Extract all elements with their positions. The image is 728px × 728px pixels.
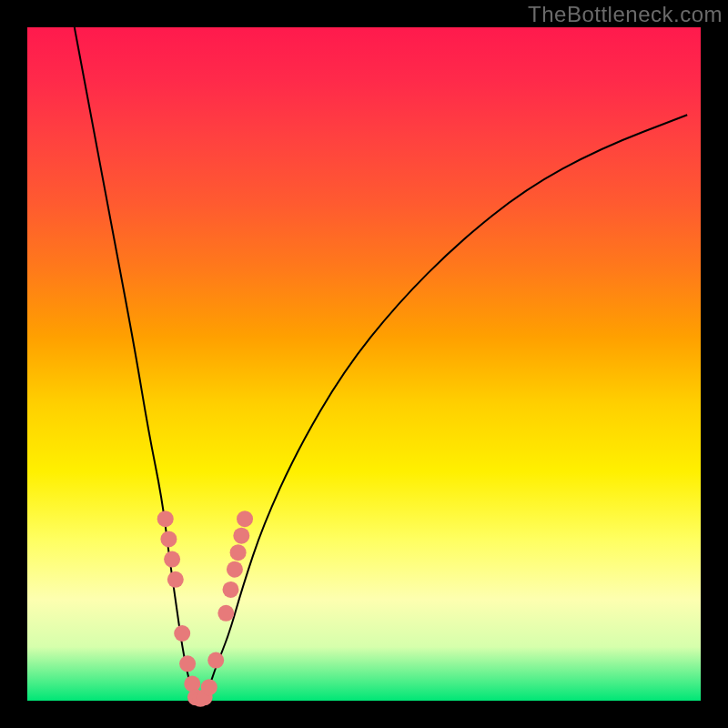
sample-point — [230, 544, 247, 561]
sample-point — [179, 655, 196, 672]
sample-point — [201, 679, 217, 695]
watermark-text: TheBottleneck.com — [528, 2, 723, 27]
sample-point — [174, 625, 190, 642]
bottleneck-curve — [75, 27, 687, 701]
sample-point — [222, 581, 238, 598]
sample-point — [157, 511, 174, 527]
sample-point — [164, 551, 180, 568]
sample-point — [233, 528, 249, 544]
sample-point — [207, 652, 224, 669]
sample-point — [217, 605, 234, 622]
sample-point — [227, 561, 243, 578]
chart-frame: TheBottleneck.com — [0, 0, 728, 728]
sample-point — [237, 511, 253, 527]
sample-points — [157, 511, 253, 707]
sample-point — [160, 531, 177, 547]
sample-point — [167, 571, 184, 588]
curve-layer — [27, 27, 701, 701]
